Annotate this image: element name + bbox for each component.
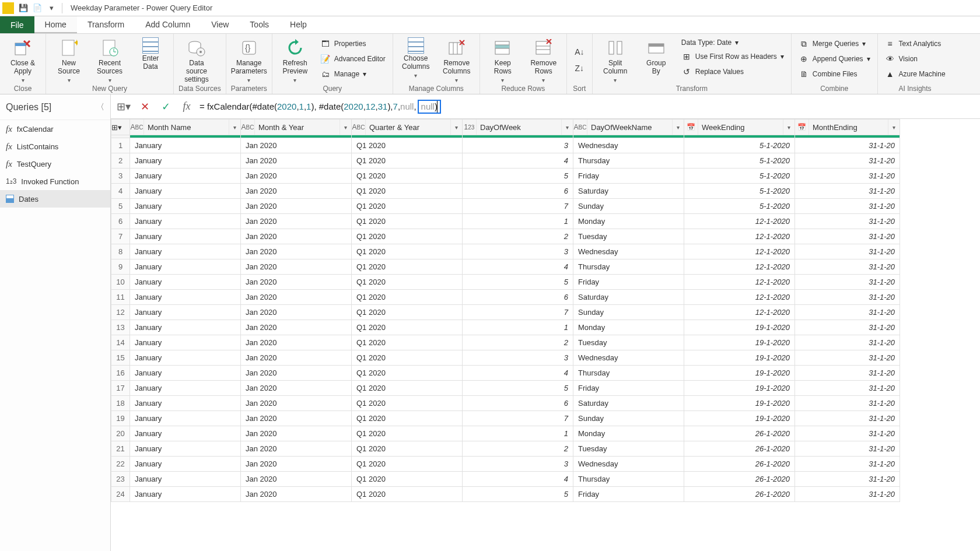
cell[interactable]: 26-1-2020: [684, 472, 795, 487]
cell[interactable]: 31-1-20: [795, 457, 900, 472]
cell[interactable]: Jan 2020: [241, 214, 352, 229]
table-row[interactable]: 3JanuaryJan 2020Q1 20205Friday5-1-202031…: [111, 169, 900, 184]
cell[interactable]: 5-1-2020: [684, 199, 795, 214]
row-number[interactable]: 23: [111, 472, 130, 487]
cell[interactable]: Q1 2020: [352, 153, 463, 169]
row-number[interactable]: 19: [111, 411, 130, 426]
cell[interactable]: Monday: [573, 320, 684, 335]
cell[interactable]: Jan 2020: [241, 275, 352, 290]
table-row[interactable]: 23JanuaryJan 2020Q1 20204Thursday26-1-20…: [111, 472, 900, 487]
row-number[interactable]: 3: [111, 169, 130, 184]
cell[interactable]: 7: [463, 411, 573, 426]
cell[interactable]: 12-1-2020: [684, 305, 795, 320]
tab-view[interactable]: View: [201, 16, 239, 33]
cell[interactable]: 19-1-2020: [684, 411, 795, 426]
manage-parameters-button[interactable]: {} Manage Parameters▾: [231, 36, 267, 83]
cell[interactable]: January: [130, 366, 241, 381]
cell[interactable]: Jan 2020: [241, 169, 352, 184]
cell[interactable]: January: [130, 487, 241, 502]
cell[interactable]: January: [130, 199, 241, 214]
column-header-monthending[interactable]: 📅MonthEnding▾: [795, 120, 900, 135]
cell[interactable]: 4: [463, 259, 573, 275]
cell[interactable]: Q1 2020: [352, 396, 463, 411]
cell[interactable]: 26-1-2020: [684, 457, 795, 472]
cell[interactable]: Jan 2020: [241, 199, 352, 214]
collapse-pane-icon[interactable]: 〈: [96, 102, 104, 113]
table-row[interactable]: 5JanuaryJan 2020Q1 20207Sunday5-1-202031…: [111, 199, 900, 214]
table-row[interactable]: 7JanuaryJan 2020Q1 20202Tuesday12-1-2020…: [111, 229, 900, 244]
cell[interactable]: January: [130, 411, 241, 426]
cell[interactable]: Jan 2020: [241, 290, 352, 305]
cell[interactable]: Sunday: [573, 411, 684, 426]
cell[interactable]: January: [130, 138, 241, 153]
row-number[interactable]: 2: [111, 153, 130, 169]
keep-rows-button[interactable]: Keep Rows▾: [485, 36, 521, 83]
row-number[interactable]: 17: [111, 381, 130, 396]
new-source-button[interactable]: ✦ New Source▾: [51, 36, 87, 83]
qat-customize-button[interactable]: ▾: [44, 1, 58, 15]
cell[interactable]: Q1 2020: [352, 426, 463, 441]
table-row[interactable]: 22JanuaryJan 2020Q1 20203Wednesday26-1-2…: [111, 457, 900, 472]
cell[interactable]: Jan 2020: [241, 259, 352, 275]
cell[interactable]: 19-1-2020: [684, 381, 795, 396]
cell[interactable]: January: [130, 320, 241, 335]
cell[interactable]: Jan 2020: [241, 472, 352, 487]
cell[interactable]: 6: [463, 184, 573, 199]
column-filter-button[interactable]: ▾: [672, 120, 684, 135]
cell[interactable]: 12-1-2020: [684, 214, 795, 229]
cell[interactable]: Q1 2020: [352, 290, 463, 305]
cell[interactable]: Q1 2020: [352, 472, 463, 487]
row-number[interactable]: 8: [111, 244, 130, 259]
cell[interactable]: Jan 2020: [241, 381, 352, 396]
cell[interactable]: 4: [463, 153, 573, 169]
remove-columns-button[interactable]: Remove Columns▾: [439, 36, 475, 83]
merge-queries-button[interactable]: ⧉Merge Queries ▾: [796, 37, 873, 50]
cell[interactable]: Q1 2020: [352, 184, 463, 199]
cell[interactable]: 31-1-20: [795, 487, 900, 502]
cell[interactable]: Sunday: [573, 199, 684, 214]
cell[interactable]: 4: [463, 366, 573, 381]
query-item-dates[interactable]: Dates: [0, 190, 110, 208]
cell[interactable]: Q1 2020: [352, 214, 463, 229]
column-header-dayofweekname[interactable]: ABCDayOfWeekName▾: [573, 120, 684, 135]
row-number[interactable]: 12: [111, 305, 130, 320]
cell[interactable]: January: [130, 169, 241, 184]
cell[interactable]: Q1 2020: [352, 487, 463, 502]
advanced-editor-button[interactable]: 📝Advanced Editor: [318, 52, 388, 65]
cell[interactable]: 31-1-20: [795, 290, 900, 305]
cell[interactable]: Q1 2020: [352, 275, 463, 290]
cell[interactable]: January: [130, 259, 241, 275]
cell[interactable]: 5: [463, 381, 573, 396]
cell[interactable]: 3: [463, 138, 573, 153]
tab-help[interactable]: Help: [279, 16, 317, 33]
cell[interactable]: 19-1-2020: [684, 396, 795, 411]
cell[interactable]: Wednesday: [573, 350, 684, 366]
cell[interactable]: Jan 2020: [241, 411, 352, 426]
query-item-testquery[interactable]: fxTestQuery: [0, 155, 110, 173]
cell[interactable]: Saturday: [573, 184, 684, 199]
cell[interactable]: January: [130, 472, 241, 487]
table-row[interactable]: 24JanuaryJan 2020Q1 20205Friday26-1-2020…: [111, 487, 900, 502]
cell[interactable]: 31-1-20: [795, 350, 900, 366]
row-number[interactable]: 6: [111, 214, 130, 229]
table-row[interactable]: 2JanuaryJan 2020Q1 20204Thursday5-1-2020…: [111, 153, 900, 169]
recent-sources-button[interactable]: Recent Sources▾: [92, 36, 128, 83]
row-number[interactable]: 22: [111, 457, 130, 472]
cell[interactable]: 31-1-20: [795, 320, 900, 335]
cell[interactable]: 31-1-20: [795, 426, 900, 441]
cell[interactable]: 31-1-20: [795, 153, 900, 169]
cell[interactable]: Jan 2020: [241, 229, 352, 244]
column-filter-button[interactable]: ▾: [450, 120, 462, 135]
cell[interactable]: Jan 2020: [241, 320, 352, 335]
column-type-icon[interactable]: 📅: [795, 120, 809, 135]
cell[interactable]: Q1 2020: [352, 229, 463, 244]
cell[interactable]: 26-1-2020: [684, 441, 795, 457]
table-options-button[interactable]: ⊞▾: [116, 99, 132, 115]
cell[interactable]: Q1 2020: [352, 411, 463, 426]
cell[interactable]: 3: [463, 457, 573, 472]
cell[interactable]: Q1 2020: [352, 381, 463, 396]
tab-tools[interactable]: Tools: [239, 16, 279, 33]
cell[interactable]: Thursday: [573, 366, 684, 381]
data-source-settings-button[interactable]: Data source settings: [178, 36, 215, 83]
cell[interactable]: Q1 2020: [352, 199, 463, 214]
